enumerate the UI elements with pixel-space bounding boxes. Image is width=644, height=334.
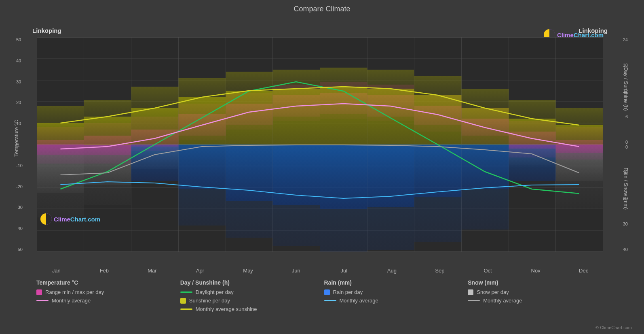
svg-rect-81 (509, 119, 556, 145)
svg-rect-91 (414, 76, 462, 95)
month-nov: Nov (512, 268, 560, 274)
logo-icon-bottom (40, 213, 52, 225)
legend-title-sunshine: Day / Sunshine (h) (180, 279, 324, 286)
svg-rect-73 (131, 108, 179, 145)
svg-rect-82 (556, 125, 603, 145)
month-aug: Aug (368, 268, 416, 274)
svg-rect-84 (84, 100, 131, 117)
svg-rect-80 (462, 108, 509, 145)
svg-rect-88 (273, 70, 320, 89)
y-axis-right-top: 24 18 12 6 0 (623, 37, 628, 145)
svg-rect-76 (273, 89, 320, 145)
svg-rect-89 (320, 68, 367, 87)
legend-item-snow-bar: Snow per day (468, 289, 612, 295)
legend-line-sunshine-avg (180, 308, 192, 310)
legend-item-rain-avg: Monthly average (324, 298, 468, 304)
legend-col-temperature: Temperature °C Range min / max per day M… (36, 279, 180, 312)
legend-col-snow: Snow (mm) Snow per day Monthly average (468, 279, 612, 312)
legend-item-snow-avg: Monthly average (468, 298, 612, 304)
legend-item-daylight: Daylight per day (180, 289, 324, 295)
month-apr: Apr (176, 268, 224, 274)
legend-item-rain-bar: Rain per day (324, 289, 468, 295)
legend-title-temperature: Temperature °C (36, 279, 180, 286)
svg-rect-92 (462, 89, 509, 108)
legend-area: Temperature °C Range min / max per day M… (32, 279, 612, 312)
svg-rect-72 (84, 117, 131, 145)
logo-bottom: ClimeChart.com (40, 213, 100, 225)
legend-item-temp-range: Range min / max per day (36, 289, 180, 295)
month-may: May (224, 268, 272, 274)
svg-rect-79 (414, 95, 462, 145)
svg-rect-93 (509, 100, 556, 119)
legend-item-sunshine-bar: Sunshine per day (180, 298, 324, 304)
svg-rect-90 (367, 70, 414, 89)
month-dec: Dec (560, 268, 608, 274)
city-label-left: Linköping (32, 27, 61, 34)
legend-item-temp-avg: Monthly average (36, 298, 180, 304)
svg-rect-41 (226, 145, 273, 238)
main-container: Compare Climate Linköping Linköping Clim… (0, 0, 644, 334)
svg-rect-78 (367, 89, 414, 145)
svg-rect-85 (131, 87, 179, 108)
y-axis-left: 50 40 30 20 10 0 -10 -20 -30 -40 -50 (16, 37, 23, 252)
y-axis-right-bottom: 0 10 20 30 40 (623, 145, 628, 252)
svg-rect-86 (179, 78, 226, 97)
month-sep: Sep (416, 268, 464, 274)
month-jul: Jul (320, 268, 368, 274)
svg-rect-77 (320, 87, 367, 145)
legend-icon-rain (324, 289, 330, 295)
month-mar: Mar (128, 268, 176, 274)
legend-title-rain: Rain (mm) (324, 279, 468, 286)
legend-line-snow-avg (468, 300, 480, 301)
legend-icon-sunshine (180, 298, 186, 304)
legend-icon-snow (468, 289, 473, 295)
legend-col-sunshine: Day / Sunshine (h) Daylight per day Suns… (180, 279, 324, 312)
legend-icon-temp-range (36, 289, 42, 295)
month-feb: Feb (80, 268, 129, 274)
month-oct: Oct (464, 268, 512, 274)
page-title: Compare Climate (0, 0, 644, 15)
month-labels-row: Jan Feb Mar Apr May Jun Jul Aug Sep Oct … (32, 266, 608, 276)
legend-line-rain-avg (324, 300, 336, 301)
chart-svg (32, 37, 608, 252)
legend-line-temp-avg (36, 300, 49, 301)
month-jan: Jan (32, 268, 80, 274)
svg-rect-40 (179, 145, 226, 226)
legend-col-rain: Rain (mm) Rain per day Monthly average (324, 279, 468, 312)
logo-text-bottom: ClimeChart.com (54, 216, 100, 223)
legend-item-sunshine-avg: Monthly average sunshine (180, 306, 324, 312)
svg-rect-71 (37, 123, 84, 145)
copyright: © ClimeChart.com (595, 325, 632, 330)
month-jun: Jun (272, 268, 320, 274)
svg-rect-75 (226, 91, 273, 145)
legend-title-snow: Snow (mm) (468, 279, 612, 286)
legend-line-daylight (180, 291, 192, 293)
